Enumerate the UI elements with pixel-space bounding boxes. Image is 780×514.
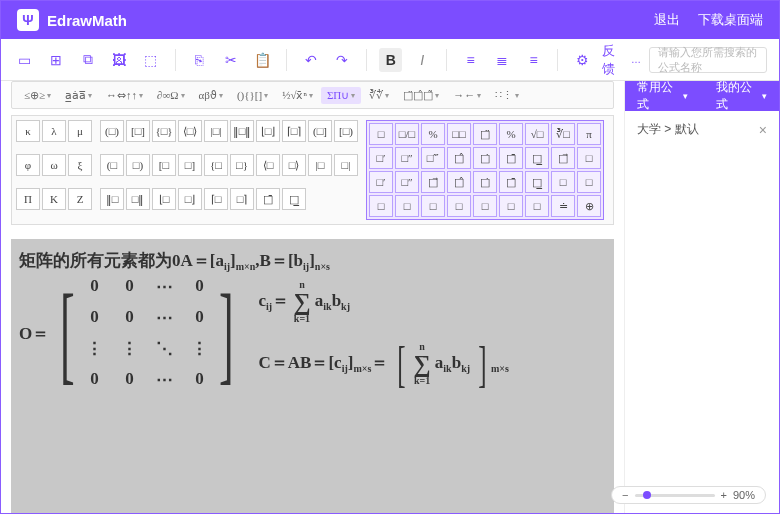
symbol-cell[interactable]: □″ [395, 171, 419, 193]
symbol-cell[interactable]: □̇ [473, 147, 497, 169]
symbol-cell[interactable]: □| [334, 154, 358, 176]
category-item[interactable]: →←▾ [447, 87, 487, 103]
tab-mine[interactable]: 我的公式▾ [716, 79, 767, 113]
symbol-cell[interactable]: ξ [68, 154, 92, 176]
feedback-link[interactable]: 反馈… [602, 42, 641, 78]
symbol-cell[interactable]: □ [395, 195, 419, 217]
symbol-cell[interactable]: (□ [100, 154, 124, 176]
tab-common[interactable]: 常用公式▾ [637, 79, 688, 113]
cut-icon[interactable]: ✂ [219, 48, 243, 72]
new-icon[interactable]: ⊞ [45, 48, 69, 72]
export-svg-icon[interactable]: ⬚ [139, 48, 163, 72]
symbol-cell[interactable]: Π [16, 188, 40, 210]
align-center-icon[interactable]: ≣ [490, 48, 514, 72]
category-item[interactable]: ∛∜▾ [363, 87, 395, 104]
zoom-in-button[interactable]: + [721, 489, 727, 501]
symbol-cell[interactable]: □ [369, 123, 393, 145]
symbol-cell[interactable]: % [421, 123, 445, 145]
symbol-cell[interactable]: □ [421, 195, 445, 217]
zoom-slider[interactable] [635, 494, 715, 497]
symbol-cell[interactable]: √□ [525, 123, 549, 145]
symbol-cell[interactable]: % [499, 123, 523, 145]
symbol-cell[interactable]: ⊕ [577, 195, 601, 217]
italic-button[interactable]: I [410, 48, 434, 72]
close-icon[interactable]: × [759, 122, 767, 138]
symbol-cell[interactable]: ⌈□⌉ [282, 120, 306, 142]
settings-icon[interactable]: ⚙ [570, 48, 594, 72]
symbol-cell[interactable]: □′ [369, 147, 393, 169]
symbol-cell[interactable]: ⟨□⟩ [178, 120, 202, 142]
undo-icon[interactable]: ↶ [299, 48, 323, 72]
symbol-cell[interactable]: □̇ [473, 171, 497, 193]
breadcrumb-cat1[interactable]: 大学 [637, 122, 661, 136]
symbol-cell[interactable]: □ [499, 195, 523, 217]
category-item[interactable]: ≤⊕≥▾ [18, 87, 57, 104]
symbol-cell[interactable]: {□ [204, 154, 228, 176]
symbol-cell[interactable]: π [577, 123, 601, 145]
symbol-cell[interactable]: □⌋ [178, 188, 202, 210]
search-input[interactable]: 请输入您所需搜索的公式名称 [649, 47, 767, 73]
category-item[interactable]: ∂∞Ω▾ [151, 87, 190, 103]
exit-link[interactable]: 退出 [654, 11, 680, 29]
symbol-cell[interactable]: κ [16, 120, 40, 142]
category-item[interactable]: (){}[]▾ [231, 87, 274, 103]
zoom-out-button[interactable]: − [622, 489, 628, 501]
category-item[interactable]: ↔⇔↑↑▾ [100, 87, 149, 104]
symbol-cell[interactable]: □̂ [447, 147, 471, 169]
symbol-cell[interactable]: |□| [204, 120, 228, 142]
folder-icon[interactable]: ▭ [13, 48, 37, 72]
symbol-cell[interactable]: □ [473, 195, 497, 217]
symbol-cell[interactable]: □/□ [395, 123, 419, 145]
symbol-cell[interactable]: □̲ [282, 188, 306, 210]
symbol-cell[interactable]: K [42, 188, 66, 210]
breadcrumb-cat2[interactable]: 默认 [675, 122, 699, 136]
symbol-cell[interactable]: μ [68, 120, 92, 142]
bold-button[interactable]: B [379, 48, 403, 72]
export-png-icon[interactable]: 🖼 [108, 48, 132, 72]
category-item[interactable]: □̈□̂□̃▾ [397, 87, 445, 104]
symbol-cell[interactable]: □̄ [499, 171, 523, 193]
symbol-cell[interactable]: □⃗ [421, 171, 445, 193]
category-item[interactable]: ΣΠ∪▾ [321, 87, 361, 104]
symbol-cell[interactable]: ≐ [551, 195, 575, 217]
symbol-cell[interactable]: □̂ [447, 171, 471, 193]
symbol-cell[interactable]: □) [126, 154, 150, 176]
symbol-cell[interactable]: □⃗ [551, 147, 575, 169]
symbol-cell[interactable]: {□} [152, 120, 176, 142]
download-desktop-link[interactable]: 下载桌面端 [698, 11, 763, 29]
symbol-cell[interactable]: □̲ [525, 147, 549, 169]
symbol-cell[interactable]: ‖□‖ [230, 120, 254, 142]
symbol-cell[interactable]: □ [525, 195, 549, 217]
symbol-cell[interactable]: φ [16, 154, 40, 176]
symbol-cell[interactable]: ‖□ [100, 188, 124, 210]
import-icon[interactable]: ⧉ [76, 48, 100, 72]
symbol-cell[interactable]: □ [447, 195, 471, 217]
paste-icon[interactable]: 📋 [250, 48, 274, 72]
symbol-cell[interactable]: □̈ [473, 123, 497, 145]
align-right-icon[interactable]: ≡ [522, 48, 546, 72]
symbol-cell[interactable]: □̄ [499, 147, 523, 169]
symbol-cell[interactable]: ⌊□⌋ [256, 120, 280, 142]
category-item[interactable]: a̲ȧa̅▾ [59, 87, 98, 104]
symbol-cell[interactable]: Z [68, 188, 92, 210]
symbol-cell[interactable]: λ [42, 120, 66, 142]
symbol-cell[interactable]: ⟨□ [256, 154, 280, 176]
symbol-cell[interactable]: (□) [100, 120, 124, 142]
symbol-cell[interactable]: □‖ [126, 188, 150, 210]
symbol-cell[interactable]: ∛□ [551, 123, 575, 145]
formula-editor[interactable]: 矩阵的所有元素都为0A＝[aij]m×n,B＝[bij]n×s O＝ [ 00⋯… [11, 239, 614, 514]
category-item[interactable]: ½√x̄ⁿ▾ [276, 87, 319, 104]
symbol-cell[interactable]: □} [230, 154, 254, 176]
symbol-cell[interactable]: □ [577, 147, 601, 169]
symbol-cell[interactable]: □ [577, 171, 601, 193]
category-item[interactable]: ∷⋮▾ [489, 87, 525, 104]
symbol-cell[interactable]: □ [369, 195, 393, 217]
copy-icon[interactable]: ⎘ [187, 48, 211, 72]
symbol-cell[interactable]: □□ [447, 123, 471, 145]
symbol-cell[interactable]: [□) [334, 120, 358, 142]
align-left-icon[interactable]: ≡ [459, 48, 483, 72]
symbol-cell[interactable]: (□] [308, 120, 332, 142]
symbol-cell[interactable]: |□ [308, 154, 332, 176]
symbol-cell[interactable]: ω [42, 154, 66, 176]
symbol-cell[interactable]: ⌈□ [204, 188, 228, 210]
